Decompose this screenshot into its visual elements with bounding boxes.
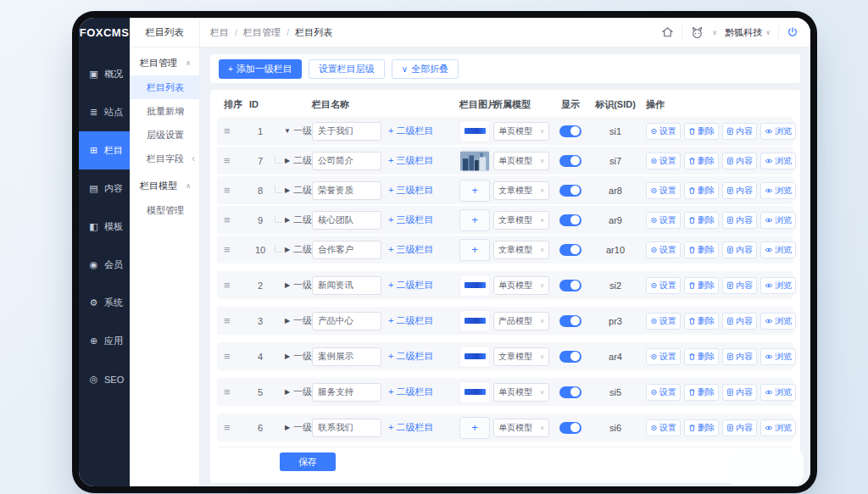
- action-browse-button[interactable]: 浏览: [760, 153, 796, 169]
- display-toggle[interactable]: [559, 185, 581, 197]
- sidebar-item-app[interactable]: ⊕ 应用: [79, 322, 130, 360]
- add-child-column-link[interactable]: + 三级栏目: [387, 154, 459, 167]
- action-browse-button[interactable]: 浏览: [760, 348, 796, 365]
- action-settings-button[interactable]: 设置: [646, 277, 681, 294]
- add-child-column-link[interactable]: + 二级栏目: [387, 421, 459, 434]
- action-content-button[interactable]: 内容: [722, 212, 757, 229]
- upload-image-button[interactable]: +: [459, 417, 490, 439]
- submenu-item[interactable]: 栏目列表: [130, 75, 199, 99]
- action-browse-button[interactable]: 浏览: [760, 212, 796, 229]
- action-content-button[interactable]: 内容: [722, 153, 757, 169]
- action-settings-button[interactable]: 设置: [646, 313, 681, 330]
- add-top-column-button[interactable]: + 添加一级栏目: [219, 59, 302, 79]
- expand-caret-icon[interactable]: ▶: [285, 246, 290, 253]
- model-select[interactable]: 文章模型 ∨: [493, 347, 549, 366]
- model-select[interactable]: 文章模型 ∨: [493, 211, 549, 230]
- column-image-thumb[interactable]: [459, 310, 490, 332]
- action-settings-button[interactable]: 设置: [646, 241, 681, 258]
- set-column-level-button[interactable]: 设置栏目层级: [309, 59, 385, 79]
- action-settings-button[interactable]: 设置: [646, 384, 681, 401]
- model-select[interactable]: 文章模型 ∨: [493, 181, 549, 200]
- action-delete-button[interactable]: 删除: [684, 212, 719, 229]
- display-toggle[interactable]: [559, 214, 581, 226]
- drag-handle-icon[interactable]: ≡: [224, 184, 249, 197]
- model-select[interactable]: 单页模型 ∨: [493, 419, 549, 437]
- action-browse-button[interactable]: 浏览: [760, 182, 796, 199]
- action-delete-button[interactable]: 删除: [684, 123, 719, 140]
- column-name-input[interactable]: [312, 181, 381, 200]
- model-select[interactable]: 产品模型 ∨: [493, 312, 549, 330]
- upload-image-button[interactable]: +: [459, 180, 490, 202]
- column-image-thumb[interactable]: [459, 275, 490, 297]
- column-name-input[interactable]: [312, 347, 381, 366]
- breadcrumb-item[interactable]: 栏目列表: [295, 26, 332, 39]
- submenu-item[interactable]: 层级设置: [130, 123, 199, 147]
- add-child-column-link[interactable]: + 二级栏目: [387, 314, 459, 327]
- sidebar-item-column[interactable]: ⊞ 栏目: [79, 131, 130, 169]
- action-browse-button[interactable]: 浏览: [760, 419, 796, 436]
- action-delete-button[interactable]: 删除: [684, 241, 719, 258]
- display-toggle[interactable]: [559, 125, 581, 137]
- column-name-input[interactable]: [312, 276, 381, 295]
- action-content-button[interactable]: 内容: [722, 419, 757, 436]
- submenu-group-header[interactable]: 栏目模型 ∧: [130, 173, 199, 198]
- expand-caret-icon[interactable]: ▼: [284, 127, 291, 135]
- breadcrumb-item[interactable]: 栏目管理: [243, 26, 281, 39]
- sidebar-item-member[interactable]: ◉ 会员: [79, 246, 130, 284]
- drag-handle-icon[interactable]: ≡: [224, 243, 249, 256]
- column-image-thumb[interactable]: [459, 381, 490, 403]
- action-delete-button[interactable]: 删除: [684, 153, 719, 169]
- action-content-button[interactable]: 内容: [722, 241, 757, 258]
- expand-caret-icon[interactable]: ▶: [285, 281, 290, 289]
- collapse-all-button[interactable]: ∨ 全部折叠: [392, 59, 459, 79]
- account-menu[interactable]: 黔狐科技 ∨: [725, 26, 771, 39]
- column-name-input[interactable]: [312, 152, 381, 170]
- column-name-input[interactable]: [312, 211, 381, 230]
- expand-caret-icon[interactable]: ▶: [285, 424, 290, 431]
- action-settings-button[interactable]: 设置: [646, 153, 681, 169]
- action-content-button[interactable]: 内容: [722, 182, 757, 199]
- submenu-item[interactable]: 栏目字段: [130, 147, 199, 170]
- column-name-input[interactable]: [312, 241, 381, 259]
- sidebar-item-template[interactable]: ◧ 模板: [79, 208, 130, 246]
- action-settings-button[interactable]: 设置: [646, 212, 681, 229]
- model-select[interactable]: 单页模型 ∨: [493, 152, 549, 170]
- submenu-item[interactable]: 模型管理: [130, 198, 199, 222]
- action-delete-button[interactable]: 删除: [684, 419, 719, 436]
- expand-caret-icon[interactable]: ▶: [285, 157, 290, 164]
- drag-handle-icon[interactable]: ≡: [224, 214, 249, 226]
- action-delete-button[interactable]: 删除: [684, 348, 719, 365]
- sidebar-item-overview[interactable]: ▣ 概况: [79, 55, 130, 93]
- display-toggle[interactable]: [559, 422, 581, 434]
- action-browse-button[interactable]: 浏览: [760, 313, 796, 330]
- sidebar-collapse-icon[interactable]: ‹: [192, 152, 195, 164]
- expand-caret-icon[interactable]: ▶: [285, 216, 290, 224]
- sidebar-item-seo[interactable]: ◎ SEO: [79, 360, 130, 398]
- column-name-input[interactable]: [312, 419, 381, 437]
- sidebar-item-system[interactable]: ⚙ 系统: [79, 284, 130, 322]
- display-toggle[interactable]: [559, 351, 581, 363]
- action-settings-button[interactable]: 设置: [646, 348, 681, 365]
- display-toggle[interactable]: [559, 280, 581, 291]
- action-delete-button[interactable]: 删除: [684, 277, 719, 294]
- display-toggle[interactable]: [559, 386, 581, 398]
- add-child-column-link[interactable]: + 三级栏目: [387, 184, 459, 197]
- display-toggle[interactable]: [559, 244, 581, 256]
- model-select[interactable]: 文章模型 ∨: [493, 241, 549, 259]
- column-name-input[interactable]: [312, 312, 381, 330]
- logout-power-icon[interactable]: [787, 26, 798, 38]
- column-image-thumb[interactable]: [459, 150, 490, 172]
- action-settings-button[interactable]: 设置: [646, 182, 681, 199]
- upload-image-button[interactable]: +: [459, 239, 490, 261]
- home-icon[interactable]: [661, 26, 674, 38]
- display-toggle[interactable]: [559, 155, 581, 167]
- model-select[interactable]: 单页模型 ∨: [493, 383, 549, 402]
- expand-caret-icon[interactable]: ▶: [285, 317, 290, 325]
- submenu-item[interactable]: 批量新增: [130, 99, 199, 123]
- action-settings-button[interactable]: 设置: [646, 419, 681, 436]
- drag-handle-icon[interactable]: ≡: [224, 350, 249, 363]
- sidebar-item-content[interactable]: ▤ 内容: [79, 169, 130, 208]
- action-content-button[interactable]: 内容: [722, 384, 757, 401]
- expand-caret-icon[interactable]: ▶: [285, 186, 290, 194]
- drag-handle-icon[interactable]: ≡: [224, 125, 249, 137]
